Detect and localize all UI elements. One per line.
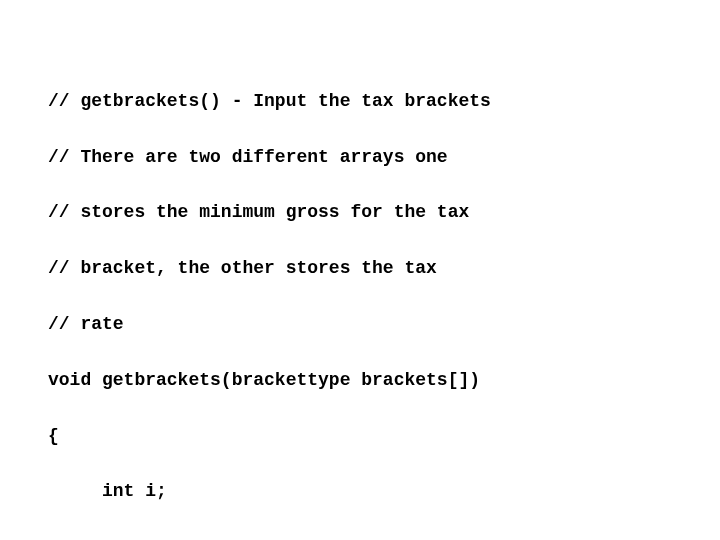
code-line: int i;: [48, 478, 672, 506]
code-line: void getbrackets(brackettype brackets[]): [48, 367, 672, 395]
code-line: // getbrackets() - Input the tax bracket…: [48, 88, 672, 116]
code-line: {: [48, 423, 672, 451]
code-line: // rate: [48, 311, 672, 339]
code-line: // bracket, the other stores the tax: [48, 255, 672, 283]
code-line: // There are two different arrays one: [48, 144, 672, 172]
code-snippet: // getbrackets() - Input the tax bracket…: [0, 0, 720, 540]
code-line: // stores the minimum gross for the tax: [48, 199, 672, 227]
